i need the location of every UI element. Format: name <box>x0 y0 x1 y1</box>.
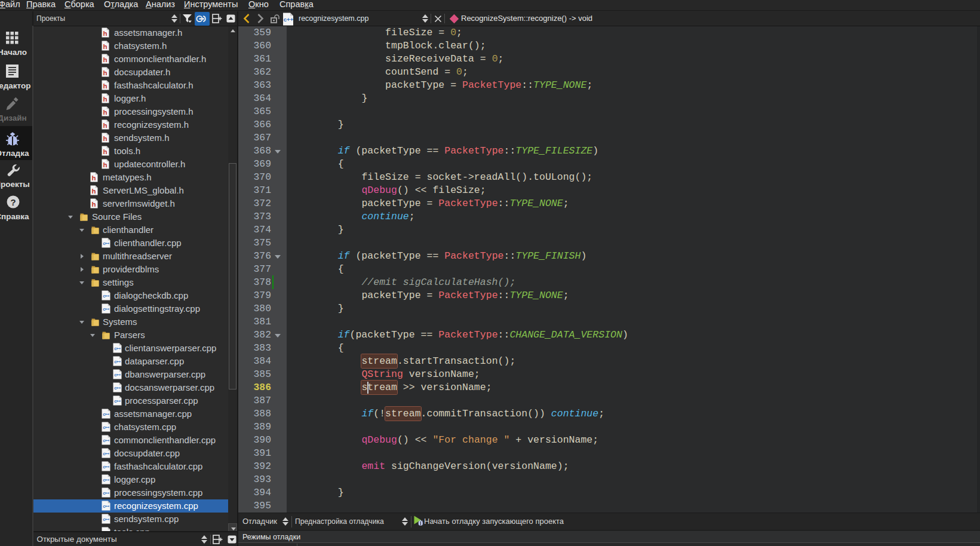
svg-text:h: h <box>103 109 107 116</box>
svg-text:h: h <box>103 135 107 142</box>
svg-text:h: h <box>103 161 107 168</box>
svg-text:h: h <box>103 96 107 103</box>
svg-text:h: h <box>92 174 96 182</box>
svg-text:h: h <box>92 201 96 208</box>
svg-text:h: h <box>103 43 107 50</box>
svg-text:h: h <box>103 56 107 63</box>
svg-text:h: h <box>103 69 107 76</box>
svg-text:h: h <box>103 148 107 155</box>
svg-text:c++: c++ <box>284 16 294 23</box>
svg-text:?: ? <box>10 197 16 207</box>
svg-text:h: h <box>103 122 107 129</box>
svg-text:h: h <box>103 82 107 90</box>
svg-text:h: h <box>103 30 107 37</box>
svg-text:h: h <box>92 188 96 195</box>
